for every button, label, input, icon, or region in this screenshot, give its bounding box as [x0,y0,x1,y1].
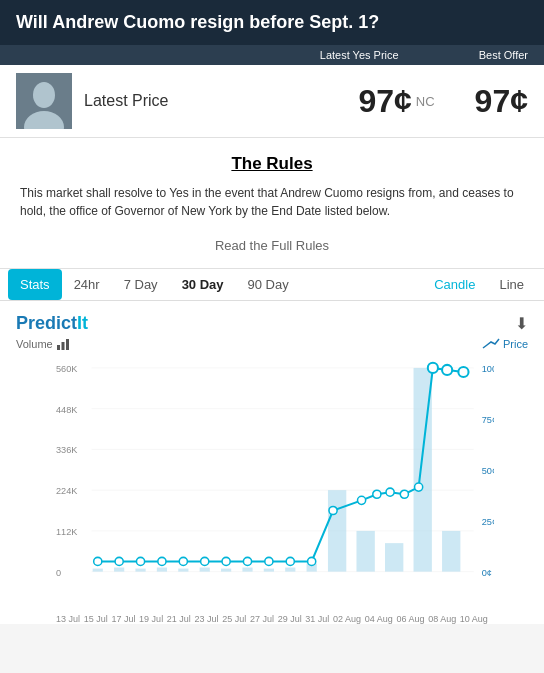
chart-axis-labels: Volume Price [0,338,544,350]
tab-7day[interactable]: 7 Day [112,269,170,300]
tab-90day[interactable]: 90 Day [236,269,301,300]
svg-point-48 [286,557,294,565]
yes-price-label: Latest Yes Price [320,49,399,61]
svg-point-52 [373,490,381,498]
svg-text:50¢: 50¢ [482,466,494,476]
svg-point-42 [158,557,166,565]
svg-point-56 [428,363,438,373]
x-label-12: 06 Aug [396,614,424,624]
svg-rect-31 [264,569,274,572]
x-label-14: 10 Aug [460,614,488,624]
page: Will Andrew Cuomo resign before Sept. 1?… [0,0,544,624]
svg-point-54 [400,490,408,498]
best-offer-label: Best Offer [479,49,528,61]
svg-rect-34 [328,490,346,571]
svg-point-43 [179,557,187,565]
svg-text:75¢: 75¢ [482,415,494,425]
nc-label: NC [416,94,435,109]
svg-rect-27 [178,569,188,572]
title-text: Will Andrew Cuomo resign before Sept. 1? [16,12,379,32]
svg-text:25¢: 25¢ [482,517,494,527]
svg-text:112K: 112K [56,527,77,537]
x-label-8: 29 Jul [278,614,302,624]
yes-price-value: 97¢ [358,83,411,120]
svg-rect-35 [356,531,374,572]
latest-price-row: Latest Price 97¢ NC 97¢ [0,65,544,138]
svg-text:448K: 448K [56,405,77,415]
svg-rect-29 [221,569,231,572]
rules-section: The Rules This market shall resolve to Y… [0,138,544,269]
svg-point-45 [222,557,230,565]
x-label-3: 19 Jul [139,614,163,624]
predictit-logo: PredictIt [16,313,88,334]
svg-point-47 [265,557,273,565]
predictit-logo-bar: PredictIt ⬇ [0,309,544,338]
tab-30day[interactable]: 30 Day [170,269,236,300]
svg-text:0¢: 0¢ [482,568,492,578]
x-label-13: 08 Aug [428,614,456,624]
tab-stats[interactable]: Stats [8,269,62,300]
tab-24hr[interactable]: 24hr [62,269,112,300]
avatar [16,73,72,129]
main-chart: 560K 448K 336K 224K 112K 0 100¢ 75¢ 50¢ … [56,352,494,612]
best-offer-value: 97¢ [475,83,528,120]
read-rules-link-container[interactable]: Read the Full Rules [20,230,524,260]
svg-point-1 [33,82,55,108]
svg-text:560K: 560K [56,364,77,374]
svg-rect-24 [114,568,124,572]
svg-rect-3 [57,345,60,350]
price-axis-label: Price [482,338,528,350]
x-axis-labels: 13 Jul 15 Jul 17 Jul 19 Jul 21 Jul 23 Ju… [0,612,544,624]
volume-axis-label: Volume [16,338,70,350]
svg-rect-32 [285,568,295,572]
svg-rect-28 [200,568,210,572]
rules-text: This market shall resolve to Yes in the … [20,184,524,220]
logo-it: It [77,313,88,333]
svg-point-44 [201,557,209,565]
x-label-10: 02 Aug [333,614,361,624]
svg-text:336K: 336K [56,445,77,455]
x-label-0: 13 Jul [56,614,80,624]
read-rules-link[interactable]: Read the Full Rules [215,238,329,253]
rules-title: The Rules [20,154,524,174]
svg-point-57 [442,365,452,375]
svg-rect-5 [66,339,69,350]
svg-point-58 [458,367,468,377]
x-label-9: 31 Jul [305,614,329,624]
svg-point-55 [415,483,423,491]
svg-text:100¢: 100¢ [482,364,494,374]
x-label-1: 15 Jul [84,614,108,624]
svg-point-39 [94,557,102,565]
svg-rect-23 [93,569,103,572]
x-label-11: 04 Aug [365,614,393,624]
latest-price-label: Latest Price [84,92,358,110]
svg-text:0: 0 [56,568,61,578]
chart-area: PredictIt ⬇ Volume Price [0,301,544,624]
svg-point-40 [115,557,123,565]
x-label-7: 27 Jul [250,614,274,624]
svg-rect-25 [135,569,145,572]
page-title: Will Andrew Cuomo resign before Sept. 1? [0,0,544,45]
tab-line[interactable]: Line [487,269,536,300]
x-label-2: 17 Jul [111,614,135,624]
tab-candle[interactable]: Candle [422,269,487,300]
svg-rect-26 [157,568,167,572]
chart-tabs: Stats 24hr 7 Day 30 Day 90 Day Candle Li… [0,269,544,301]
svg-rect-38 [442,531,460,572]
x-label-4: 21 Jul [167,614,191,624]
svg-point-46 [243,557,251,565]
chart-svg-container: 560K 448K 336K 224K 112K 0 100¢ 75¢ 50¢ … [0,352,544,612]
download-button[interactable]: ⬇ [515,314,528,333]
svg-rect-30 [242,568,252,572]
svg-point-41 [136,557,144,565]
x-label-6: 25 Jul [222,614,246,624]
x-label-5: 23 Jul [195,614,219,624]
svg-point-50 [329,506,337,514]
svg-rect-36 [385,543,403,572]
logo-predict: Predict [16,313,77,333]
svg-point-53 [386,488,394,496]
svg-point-49 [308,557,316,565]
price-trend-icon [482,338,500,350]
svg-text:224K: 224K [56,486,77,496]
volume-icon [56,338,70,350]
